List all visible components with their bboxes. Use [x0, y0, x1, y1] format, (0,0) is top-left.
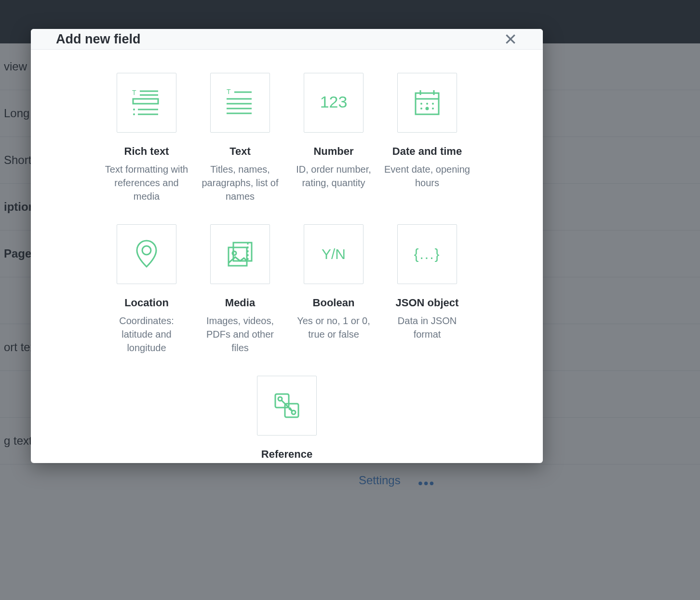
field-type-reference[interactable]: Reference For example, a blog post can r…	[240, 376, 334, 463]
field-desc: Event date, opening hours	[384, 163, 471, 190]
calendar-icon	[397, 73, 457, 133]
json-icon: {...}	[397, 224, 457, 284]
svg-point-25	[142, 246, 151, 255]
svg-text:{...}: {...}	[414, 246, 440, 262]
text-icon: T	[210, 73, 270, 133]
field-desc: Data in JSON format	[384, 314, 471, 341]
field-type-number[interactable]: 123 Number ID, order number, rating, qua…	[287, 73, 380, 203]
svg-text:Y/N: Y/N	[322, 246, 346, 262]
field-type-boolean[interactable]: Y/N Boolean Yes or no, 1 or 0, true or f…	[287, 224, 380, 355]
field-title: Media	[225, 297, 255, 309]
svg-point-20	[426, 103, 428, 105]
field-type-media[interactable]: Media Images, videos, PDFs and other fil…	[193, 224, 287, 355]
field-title: Location	[124, 297, 169, 309]
svg-point-19	[420, 103, 422, 105]
svg-point-29	[232, 251, 236, 255]
svg-rect-3	[133, 99, 158, 104]
modal-title: Add new field	[56, 32, 141, 47]
field-type-grid: T Rich text Text formatting with referen…	[60, 73, 514, 463]
svg-text:T: T	[132, 89, 136, 96]
number-icon: 123	[304, 73, 363, 133]
svg-point-35	[292, 410, 296, 414]
field-type-date-time[interactable]: Date and time Event date, opening hours	[380, 73, 474, 203]
field-title: Rich text	[124, 145, 169, 158]
svg-point-4	[133, 109, 135, 110]
svg-point-6	[133, 113, 135, 115]
svg-point-34	[278, 397, 282, 401]
rich-text-icon: T	[117, 73, 176, 133]
field-title: JSON object	[396, 297, 459, 309]
reference-icon	[257, 376, 317, 436]
field-title: Date and time	[392, 145, 462, 158]
location-pin-icon	[117, 224, 176, 284]
field-desc: Yes or no, 1 or 0, true or false	[290, 314, 377, 341]
field-desc: Text formatting with references and medi…	[103, 163, 190, 203]
modal-header: Add new field	[31, 29, 543, 50]
field-desc: Images, videos, PDFs and other files	[197, 314, 283, 355]
close-icon	[504, 33, 517, 45]
svg-text:T: T	[227, 88, 231, 95]
field-type-location[interactable]: Location Coordinates: latitude and longi…	[100, 224, 193, 355]
field-desc: Coordinates: latitude and longitude	[103, 314, 190, 355]
svg-rect-28	[229, 247, 247, 266]
field-type-json[interactable]: {...} JSON object Data in JSON format	[380, 224, 474, 355]
add-field-modal: Add new field T	[31, 29, 543, 463]
boolean-icon: Y/N	[304, 224, 363, 284]
field-type-rich-text[interactable]: T Rich text Text formatting with referen…	[100, 73, 193, 203]
field-type-text[interactable]: T Text Titles, names, paragraphs, list o…	[193, 73, 287, 203]
field-title: Reference	[261, 448, 312, 461]
media-icon	[210, 224, 270, 284]
close-button[interactable]	[500, 29, 521, 49]
modal-body: T Rich text Text formatting with referen…	[31, 50, 543, 463]
svg-point-23	[426, 107, 429, 110]
field-title: Text	[229, 145, 251, 158]
field-desc: ID, order number, rating, quantity	[290, 163, 377, 190]
field-desc: Titles, names, paragraphs, list of names	[197, 163, 283, 203]
field-title: Boolean	[313, 297, 355, 309]
svg-text:123: 123	[320, 93, 348, 111]
svg-point-24	[432, 108, 434, 109]
field-title: Number	[313, 145, 353, 158]
svg-point-21	[432, 103, 434, 105]
svg-point-22	[420, 108, 422, 109]
